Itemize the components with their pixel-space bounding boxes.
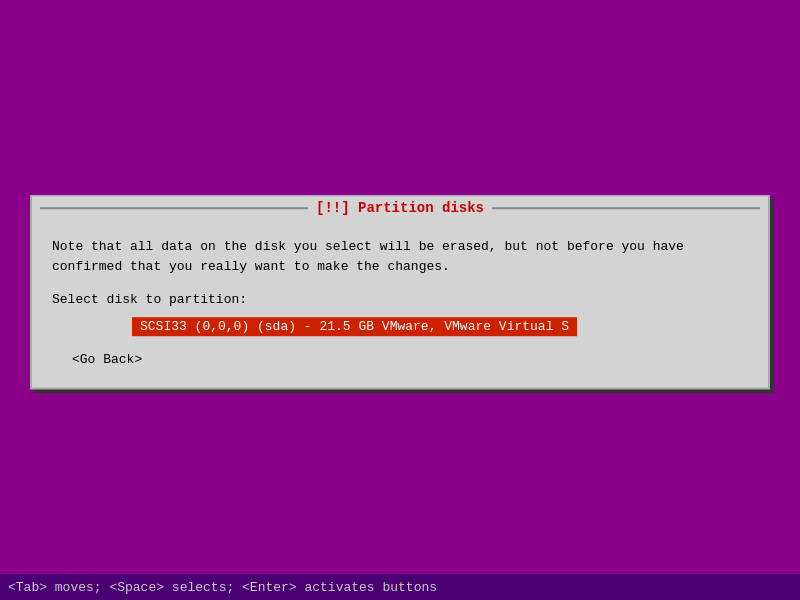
- title-line-right: [492, 207, 760, 209]
- disk-option[interactable]: SCSI33 (0,0,0) (sda) - 21.5 GB VMware, V…: [132, 317, 577, 336]
- disk-list: SCSI33 (0,0,0) (sda) - 21.5 GB VMware, V…: [132, 317, 748, 336]
- status-bar-text: <Tab> moves; <Space> selects; <Enter> ac…: [8, 580, 437, 595]
- partition-dialog: [!!] Partition disks Note that all data …: [30, 195, 770, 389]
- status-bar: <Tab> moves; <Space> selects; <Enter> ac…: [0, 574, 800, 600]
- dialog-titlebar: [!!] Partition disks: [32, 196, 768, 220]
- go-back-button[interactable]: <Go Back>: [72, 352, 748, 367]
- description-line2: confirmed that you really want to make t…: [52, 257, 748, 277]
- dialog-body: Note that all data on the disk you selec…: [32, 221, 768, 387]
- title-line-left: [40, 207, 308, 209]
- description-line1: Note that all data on the disk you selec…: [52, 237, 748, 257]
- description-text: Note that all data on the disk you selec…: [52, 237, 748, 276]
- select-label: Select disk to partition:: [52, 292, 748, 307]
- dialog-title: [!!] Partition disks: [316, 200, 484, 216]
